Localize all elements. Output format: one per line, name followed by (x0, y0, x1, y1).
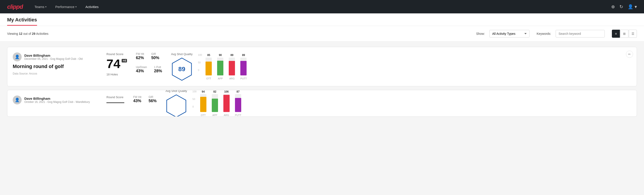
round-score-label: Round Score (106, 96, 124, 99)
bar-fill (212, 98, 218, 112)
one-putt-label: 1 Putt (154, 66, 162, 69)
nav-icons: ⊕ ↻ 👤 ▾ (611, 4, 637, 9)
card-left: 👤 Dave Billingham October 16, 2021 - Gog… (13, 96, 98, 111)
logo[interactable]: clippd (7, 3, 23, 10)
avatar-icon[interactable]: 👤 ▾ (628, 4, 637, 9)
keyword-search-input[interactable] (556, 30, 605, 38)
fw-hit-stat: FW Hit 62% (136, 52, 144, 60)
bar-fill (223, 95, 230, 112)
updown-value: 43% (136, 69, 147, 74)
bar-chart: 85908989 OTTAPPARGPUTT (204, 54, 248, 80)
user-name: Dave Billingham (24, 96, 90, 100)
bar-label: OTT (206, 77, 212, 80)
bar-wrapper (217, 58, 223, 76)
bar-column: 82 (212, 90, 218, 112)
bar-wrapper (229, 58, 235, 76)
viewing-text: Viewing 12 out of 29 Activities (7, 32, 48, 36)
user-row: 👤 Dave Billingham December 05, 2021 - Go… (13, 52, 98, 61)
add-icon[interactable]: ⊕ (611, 4, 615, 9)
bar-value: 89 (230, 54, 234, 57)
user-info: Dave Billingham December 05, 2021 - Gog … (24, 54, 82, 60)
nav-activities-label: Activities (86, 5, 99, 9)
gir-label: GIR (151, 52, 159, 56)
quality-label: Avg Shot Quality (171, 52, 192, 56)
avatar: 👤 (13, 52, 22, 61)
bar-value: 85 (207, 54, 210, 57)
show-label: Show: (476, 32, 485, 36)
fw-hit-label: FW Hit (136, 52, 144, 56)
bar-fill (235, 98, 241, 112)
page-header: My Activities (0, 14, 644, 26)
nav-item-performance[interactable]: Performance ▾ (54, 3, 78, 10)
bar-fill (217, 61, 223, 75)
fw-hit-stat: FW Hit 43% (133, 96, 142, 103)
bar-chart-container: 100 50 0 85908989 OTTAPPARGPUTT (198, 54, 248, 80)
bar-label: PUTT (235, 114, 241, 116)
bar-column: 90 (217, 54, 223, 76)
one-putt-value: 28% (154, 69, 162, 74)
bar-wrapper (223, 94, 230, 112)
view-list-full-button[interactable]: ☰ (629, 30, 637, 38)
activity-date: October 16, 2021 - Gog Magog Golf Club -… (24, 100, 90, 104)
bar-wrapper (212, 94, 218, 112)
bar-fill (206, 62, 212, 76)
fw-hit-value: 62% (136, 56, 144, 60)
refresh-icon[interactable]: ↻ (620, 4, 623, 9)
card-stats: Round Score 74 +4 18 Holes FW Hit 62% GI… (106, 52, 162, 81)
chart-y-labels: 100 50 0 (198, 54, 202, 72)
gir-stat: GIR 50% (151, 52, 159, 60)
fw-hit-value: 43% (133, 98, 142, 103)
hexagon-chart: 89 (172, 58, 192, 81)
hexagon-wrapper: 89 (171, 58, 192, 81)
bar-fill (200, 97, 206, 112)
card-stats: Round Score FW Hit 43% GIR 56% (106, 96, 157, 111)
edit-button[interactable]: ✏ (626, 51, 633, 58)
mini-stats-group: FW Hit 62% GIR 50% Up/Down 43% 1 Putt (136, 52, 162, 81)
one-putt-stat: 1 Putt 28% (154, 66, 162, 74)
card-quality: Avg Shot Quality 100 50 0 (166, 96, 243, 111)
bar-fill (229, 61, 235, 76)
quality-section: Avg Shot Quality (166, 90, 187, 117)
round-score-group: Round Score 74 +4 18 Holes (106, 52, 127, 81)
chevron-down-icon: ▾ (45, 6, 46, 8)
user-row: 👤 Dave Billingham October 16, 2021 - Gog… (13, 96, 98, 104)
user-name: Dave Billingham (24, 54, 82, 57)
bar-label: PUTT (240, 77, 246, 80)
fw-hit-label: FW Hit (133, 96, 142, 98)
user-info: Dave Billingham October 16, 2021 - Gog M… (24, 96, 90, 104)
activity-card: ✏ 👤 Dave Billingham December 05, 2021 - … (7, 47, 637, 86)
hexagon-chart (166, 94, 186, 117)
bar-value: 90 (219, 54, 222, 57)
gir-value: 50% (151, 56, 159, 60)
bar-column: 85 (206, 54, 212, 76)
bar-column: 89 (229, 54, 235, 76)
quality-label: Avg Shot Quality (166, 90, 187, 92)
nav-teams-label: Teams (34, 5, 44, 9)
round-score-value: 74 +4 (106, 58, 127, 70)
chart-y-labels: 100 50 0 (192, 90, 196, 108)
view-list-compact-button[interactable]: ≡ (612, 30, 620, 38)
avatar: 👤 (13, 96, 22, 104)
bar-chart: 948210687 OTTAPPARGPUTT (198, 90, 243, 116)
bar-column: 106 (223, 90, 230, 112)
gir-stat: GIR 56% (148, 96, 157, 103)
bar-value: 94 (202, 90, 205, 93)
nav-item-activities[interactable]: Activities (84, 3, 100, 10)
bar-label: APP (217, 77, 223, 80)
keywords-label: Keywords: (537, 32, 551, 36)
mini-stats: FW Hit 62% GIR 50% (136, 52, 162, 60)
nav-item-teams[interactable]: Teams ▾ (34, 3, 47, 10)
bar-wrapper (200, 94, 206, 112)
view-grid-button[interactable]: ⊞ (620, 30, 628, 38)
bar-fill (240, 61, 246, 76)
bar-chart-container: 100 50 0 948210687 OTTAPPARGPUTT (192, 90, 243, 116)
card-quality: Avg Shot Quality 89 100 50 0 (171, 52, 248, 81)
holes-label: 18 Holes (106, 73, 127, 76)
round-score-group: Round Score (106, 96, 124, 111)
bar-label: APP (212, 114, 218, 116)
chevron-down-icon: ▾ (76, 6, 76, 8)
activity-date: December 05, 2021 - Gog Magog Golf Club … (24, 57, 82, 60)
bar-wrapper (240, 58, 246, 76)
hexagon-wrapper (166, 94, 187, 117)
activity-type-select[interactable]: All Activity Types (489, 30, 530, 38)
